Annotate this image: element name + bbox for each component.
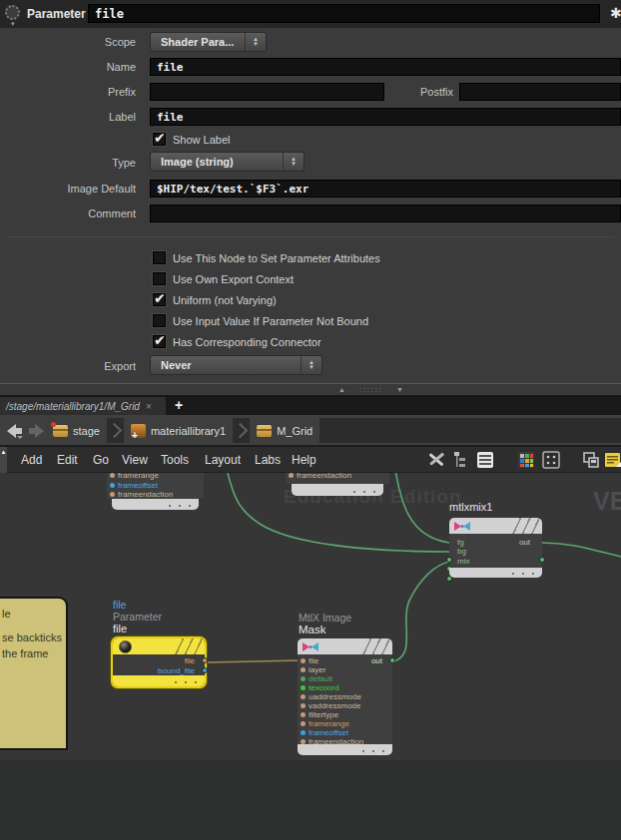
output-bound-file-dot[interactable] [202, 667, 208, 673]
network-editor[interactable]: Education Edition VE framerange frameoff… [0, 473, 621, 840]
chevron-down-icon[interactable]: ▾ [11, 20, 15, 28]
snippet-note-icon[interactable] [604, 451, 621, 469]
divider-down-icon[interactable]: ▼ [396, 386, 403, 393]
parameter-form: Scope Shader Para... ▲▼ Name Prefix Post… [0, 28, 621, 383]
label-input[interactable] [150, 108, 621, 126]
menu-add[interactable]: Add [12, 447, 51, 473]
sticky-line: se backticks [2, 631, 62, 643]
mtlxmix-title: mtlxmix1 [449, 501, 492, 513]
dotted-grid-icon[interactable] [542, 451, 560, 469]
type-value: Image (string) [151, 156, 283, 168]
output-file-dot[interactable] [202, 657, 208, 663]
overlapping-windows-icon[interactable] [582, 451, 600, 469]
parameter-name-header-input[interactable] [88, 4, 600, 23]
menu-layout[interactable]: Layout [196, 447, 250, 473]
scope-value: Shader Para... [151, 36, 245, 48]
stage-icon [53, 425, 68, 437]
pane-divider[interactable]: ▲ :::::: ▼ [0, 383, 621, 397]
label-label: Label [0, 108, 136, 127]
close-icon[interactable]: × [146, 401, 152, 412]
paramnode-type: Parameter [113, 611, 162, 623]
menu-view[interactable]: View [113, 447, 157, 473]
breadcrumb-stage[interactable]: stage [46, 418, 107, 443]
gear-icon[interactable] [5, 5, 20, 20]
image-default-label: Image Default [0, 180, 136, 199]
image-default-input[interactable] [150, 180, 621, 198]
prefix-label: Prefix [0, 83, 136, 102]
check-icon: ✔ [154, 290, 166, 306]
checkbox-label: Use Input Value If Parameter Not Bound [173, 314, 368, 328]
type-label: Type [0, 154, 136, 173]
tab-bar: /stage/materiallibrary1/M_Grid × + [0, 397, 621, 415]
wire-to-fg [393, 473, 449, 543]
comment-input[interactable] [150, 205, 621, 222]
parameter-titlebar: ▾ Parameter ✱ [0, 0, 621, 29]
node-topcenter[interactable]: frameendaction [286, 473, 389, 496]
new-tab-button[interactable]: + [170, 397, 188, 415]
menu-scroll-arrow-icon[interactable]: ▲ [0, 447, 7, 473]
houdini-window: ▾ Parameter ✱ Scope Shader Para... ▲▼ Na… [0, 0, 621, 840]
forward-arrow-icon[interactable] [27, 423, 45, 441]
menu-tools[interactable]: Tools [152, 447, 198, 473]
node-topleft[interactable]: framerange frameoffset frameendaction [107, 473, 204, 510]
list-view-icon[interactable] [476, 451, 494, 469]
breadcrumb: stage materiallibrary1 M_Grid [46, 418, 621, 443]
breadcrumb-mgrid[interactable]: M_Grid [250, 418, 319, 443]
menu-help[interactable]: Help [283, 447, 325, 473]
show-label-checkbox[interactable]: ✔ [153, 133, 166, 146]
spinner-icon[interactable]: ▲▼ [301, 356, 321, 374]
menu-edit[interactable]: Edit [48, 447, 87, 473]
checkbox-use-own-export-context[interactable] [153, 272, 166, 285]
checkbox-label: Use Own Export Context [173, 272, 294, 286]
check-icon: ✔ [154, 130, 166, 146]
show-label-text: Show Label [173, 133, 231, 147]
mix-icon [453, 521, 471, 532]
node-stripes [512, 518, 540, 534]
type-dropdown[interactable]: Image (string) ▲▼ [150, 152, 305, 172]
tree-hierarchy-icon[interactable] [453, 451, 471, 469]
postfix-label: Postfix [353, 83, 453, 102]
node-stripes [362, 638, 390, 654]
input-fg-dot[interactable] [446, 557, 452, 563]
node-mtlxmix1[interactable]: fg bg mix out [449, 518, 542, 578]
export-dropdown[interactable]: Never ▲▼ [150, 355, 322, 375]
asterisk-icon[interactable]: ✱ [610, 5, 621, 21]
checkbox-uniform[interactable]: ✔ [153, 293, 166, 306]
spinner-icon[interactable]: ▲▼ [245, 33, 266, 51]
postfix-input[interactable] [459, 83, 621, 101]
scope-dropdown[interactable]: Shader Para... ▲▼ [150, 32, 267, 52]
checkbox-has-connector[interactable]: ✔ [153, 335, 166, 348]
divider-handle[interactable]: :::::: [359, 386, 383, 393]
node-parameter-file[interactable]: file bound_file [111, 636, 207, 688]
export-value: Never [151, 359, 301, 371]
prefix-input[interactable] [150, 83, 384, 101]
tab-stage-materiallibrary1-mgrid[interactable]: /stage/materiallibrary1/M_Grid × [0, 397, 166, 415]
export-label: Export [0, 357, 136, 376]
tools-wrench-icon[interactable] [427, 451, 445, 469]
wire-mix-out [542, 543, 621, 557]
sticky-line: le [2, 608, 11, 620]
paramnode-name: file [113, 623, 127, 634]
chevron-right-icon [107, 423, 123, 439]
color-palette-grid-icon[interactable] [517, 451, 535, 469]
pane-title: Parameter [27, 0, 86, 28]
comment-label: Comment [0, 205, 136, 223]
back-arrow-icon[interactable] [6, 423, 24, 441]
divider-up-icon[interactable]: ▲ [338, 386, 345, 393]
sticky-note[interactable]: le se backticks the frame [0, 597, 68, 750]
mgrid-icon [257, 425, 272, 437]
breadcrumb-materiallibrary1[interactable]: materiallibrary1 [124, 418, 233, 443]
checkbox-label: Use This Node to Set Parameter Attribute… [173, 251, 380, 265]
breadcrumb-label: stage [73, 425, 100, 437]
checkbox-set-parameter-attributes[interactable] [153, 251, 166, 264]
node-mask[interactable]: file layer default texcoord uaddressmode… [298, 638, 392, 755]
scope-label: Scope [0, 33, 136, 52]
checkbox-use-input-value[interactable] [153, 314, 166, 327]
spinner-icon[interactable]: ▲▼ [283, 153, 304, 171]
breadcrumb-label: M_Grid [277, 425, 312, 437]
menu-bar: ▲ Add Edit Go View Tools Layout Labs Hel… [0, 447, 621, 473]
output-out-dot[interactable] [389, 657, 395, 663]
wire-mask-to-mix [390, 562, 449, 662]
name-input[interactable] [150, 58, 621, 76]
output-out-dot[interactable] [539, 557, 545, 563]
